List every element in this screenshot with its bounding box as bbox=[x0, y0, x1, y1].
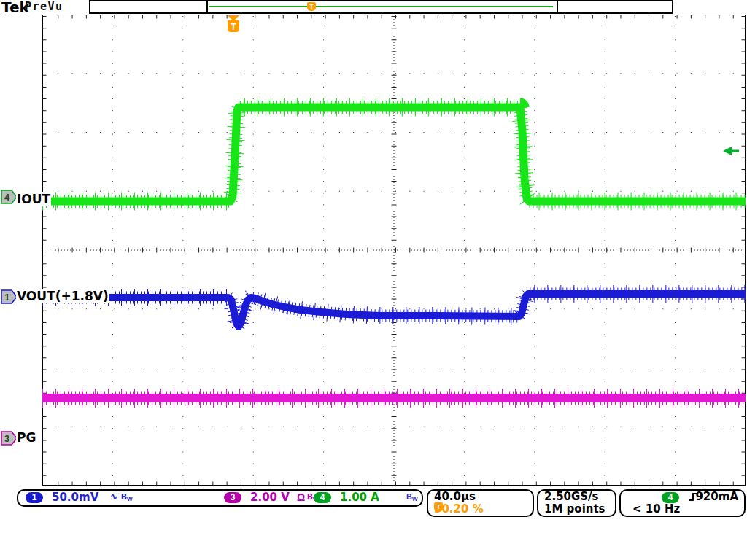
ch4-position-marker[interactable]: 4 bbox=[1, 190, 17, 203]
ch1-trace-label: VOUT(+1.8V) bbox=[16, 289, 109, 303]
ch3-position-marker[interactable]: 3 bbox=[1, 432, 17, 445]
sample-rate-value: 2.50GS/s bbox=[544, 490, 599, 503]
record-length-value: 1M points bbox=[544, 502, 605, 516]
trigger-source-badge[interactable]: 4 bbox=[662, 492, 679, 503]
ch4-badge[interactable]: 4 bbox=[314, 492, 331, 503]
ch1-position-marker[interactable]: 1 bbox=[1, 290, 17, 303]
ch3-scale: 2.00 V bbox=[250, 491, 290, 504]
trigger-level-value: 920mA bbox=[695, 490, 738, 503]
ch1-ac-coupling-icon: ∿ bbox=[110, 491, 117, 502]
ch3-marker-number: 3 bbox=[4, 433, 9, 444]
ch3-trace-label: PG bbox=[16, 430, 36, 445]
ch1-bandwidth-icon: BW bbox=[121, 492, 133, 502]
ch1-scale: 50.0mV bbox=[52, 491, 98, 504]
trigger-readout-box[interactable]: 4 920mA < 10 Hz bbox=[619, 489, 746, 517]
trigger-position-row: T 30.20 % bbox=[434, 502, 484, 516]
ch3-badge[interactable]: 3 bbox=[224, 492, 241, 503]
ch1-badge[interactable]: 1 bbox=[26, 492, 43, 503]
graticule-and-traces: T413 bbox=[0, 0, 747, 560]
ch4-bandwidth-icon: BW bbox=[406, 492, 418, 502]
ch4-scale: 1.00 A bbox=[340, 491, 379, 504]
trigger-position-badge-letter: T bbox=[231, 21, 236, 32]
ch4-trace-label: IOUT bbox=[16, 192, 51, 206]
ch1-marker-number: 1 bbox=[4, 292, 9, 303]
oscilloscope-screen: Tek PreVu T T413 IOUT VOUT(+1.8V) PG 1 5… bbox=[0, 0, 747, 560]
channel-readouts-box[interactable]: 1 50.0mV ∿ BW 3 2.00 V Ω BW 4 1.00 A BW bbox=[17, 489, 423, 507]
timebase-value: 40.0µs bbox=[434, 490, 476, 503]
horizontal-readout-box[interactable]: 40.0µs T 30.20 % bbox=[427, 489, 534, 517]
trigger-level-arrow-icon[interactable] bbox=[723, 147, 732, 155]
ch3-impedance-icon: Ω bbox=[297, 491, 305, 503]
trigger-frequency-value: < 10 Hz bbox=[632, 502, 680, 516]
ch4-marker-number: 4 bbox=[4, 192, 10, 203]
acquisition-readout-box[interactable]: 2.50GS/s 1M points bbox=[537, 489, 616, 517]
trigger-t-icon: T bbox=[434, 502, 443, 512]
trigger-level-arrow-tail bbox=[732, 150, 739, 152]
